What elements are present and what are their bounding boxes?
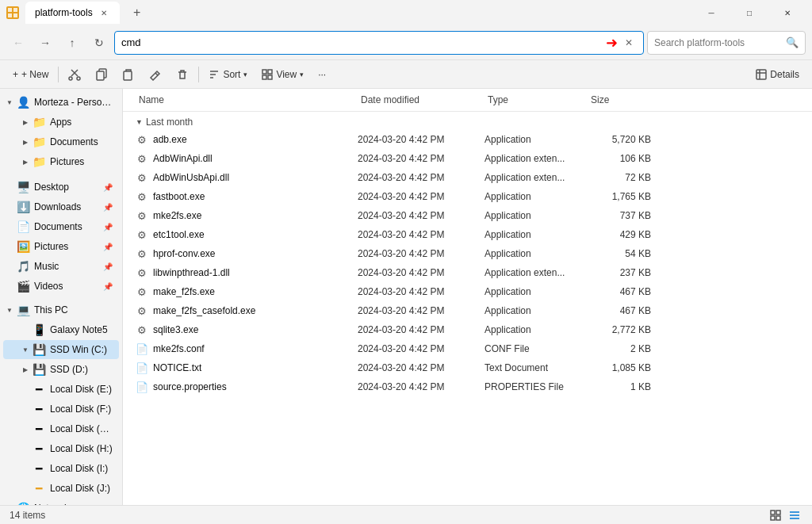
minimize-button[interactable]: ─ — [693, 0, 730, 25]
videos-icon: 🎬 — [16, 279, 30, 293]
sidebar-item-local-h[interactable]: ━ Local Disk (H:) — [3, 439, 119, 458]
address-bar[interactable]: ➜ ✕ — [114, 31, 644, 55]
sort-button[interactable]: Sort ▾ — [202, 63, 254, 86]
new-tab-button[interactable]: + — [126, 2, 148, 24]
file-type: Application — [485, 248, 588, 259]
new-button[interactable]: + + New — [6, 63, 55, 86]
delete-button[interactable] — [170, 63, 195, 86]
more-button[interactable]: ··· — [312, 63, 332, 86]
grid-view-icon[interactable] — [768, 507, 783, 523]
col-name-header[interactable]: Name — [136, 92, 358, 108]
file-row[interactable]: ⚙ fastboot.exe 2024-03-20 4:42 PM Applic… — [126, 187, 809, 206]
search-bar[interactable]: 🔍 — [647, 31, 806, 55]
file-icon: 📄 — [136, 342, 148, 355]
delete-icon — [176, 68, 189, 81]
file-name-cell: ⚙ fastboot.exe — [136, 190, 358, 203]
file-row[interactable]: ⚙ libwinpthread-1.dll 2024-03-20 4:42 PM… — [126, 263, 809, 282]
file-name-cell: ⚙ sqlite3.exe — [136, 323, 358, 336]
up-button[interactable]: ↑ — [60, 31, 84, 55]
documents-icon: 📄 — [16, 220, 30, 234]
sidebar-item-videos[interactable]: 🎬 Videos 📌 — [3, 277, 119, 296]
file-type: CONF File — [485, 343, 588, 354]
back-button[interactable]: ← — [6, 31, 30, 55]
svg-rect-19 — [756, 70, 766, 79]
section-collapse-icon[interactable]: ▼ — [136, 118, 143, 126]
file-row[interactable]: 📄 mke2fs.conf 2024-03-20 4:42 PM CONF Fi… — [126, 339, 809, 358]
svg-rect-18 — [268, 75, 272, 79]
tab-platform-tools[interactable]: platform-tools ✕ — [25, 2, 120, 24]
file-name: etc1tool.exe — [153, 229, 205, 240]
view-button[interactable]: View ▾ — [255, 63, 310, 86]
pin-icon: 📌 — [103, 183, 113, 192]
col-type-header[interactable]: Type — [485, 92, 588, 108]
file-row[interactable]: ⚙ make_f2fs_casefold.exe 2024-03-20 4:42… — [126, 301, 809, 320]
drive-icon: ━ — [32, 442, 46, 456]
refresh-button[interactable]: ↻ — [87, 31, 111, 55]
file-type: Text Document — [485, 362, 588, 373]
file-name: hprof-conv.exe — [153, 248, 216, 259]
file-row[interactable]: ⚙ AdbWinUsbApi.dll 2024-03-20 4:42 PM Ap… — [126, 168, 809, 187]
red-arrow-icon: ➜ — [606, 34, 618, 52]
file-size: 72 KB — [588, 172, 651, 183]
copy-button[interactable] — [89, 63, 114, 86]
sidebar-item-ssd-d[interactable]: ▶ 💾 SSD (D:) — [3, 360, 119, 379]
address-clear-button[interactable]: ✕ — [621, 35, 637, 51]
file-name: fastboot.exe — [153, 191, 205, 202]
expand-icon: ▶ — [19, 363, 32, 376]
sidebar-item-thispc[interactable]: ▼ 💻 This PC — [3, 300, 119, 319]
file-icon: ⚙ — [136, 152, 148, 165]
file-row[interactable]: ⚙ hprof-conv.exe 2024-03-20 4:42 PM Appl… — [126, 244, 809, 263]
file-row[interactable]: 📄 NOTICE.txt 2024-03-20 4:42 PM Text Doc… — [126, 358, 809, 377]
close-button[interactable]: ✕ — [769, 0, 806, 25]
sidebar-item-local-f[interactable]: ━ Local Disk (F:) — [3, 400, 119, 419]
sidebar-item-galaxy[interactable]: 📱 Galaxy Note5 — [3, 320, 119, 339]
details-button[interactable]: Details — [749, 63, 806, 86]
sidebar-item-local-j[interactable]: ━ Local Disk (J:) — [3, 479, 119, 498]
list-view-icon[interactable] — [787, 507, 802, 523]
sidebar-item-apps[interactable]: ▶ 📁 Apps — [3, 113, 119, 132]
sidebar-item-downloads[interactable]: ⬇️ Downloads 📌 — [3, 197, 119, 216]
col-size-header[interactable]: Size — [588, 92, 651, 108]
sidebar-item-desktop[interactable]: 🖥️ Desktop 📌 — [3, 178, 119, 197]
file-type: Application — [485, 286, 588, 297]
tab-close-button[interactable]: ✕ — [98, 6, 110, 19]
sidebar-item-documents-1[interactable]: ▶ 📁 Documents — [3, 132, 119, 151]
file-row[interactable]: ⚙ AdbWinApi.dll 2024-03-20 4:42 PM Appli… — [126, 149, 809, 168]
maximize-button[interactable]: □ — [731, 0, 768, 25]
rename-button[interactable] — [143, 63, 168, 86]
expand-icon — [3, 280, 16, 293]
sidebar-item-music[interactable]: 🎵 Music 📌 — [3, 257, 119, 276]
separator-2 — [198, 67, 199, 82]
expand-icon — [3, 181, 16, 193]
sidebar-item-pictures-2[interactable]: 🖼️ Pictures 📌 — [3, 237, 119, 256]
cut-button[interactable] — [62, 63, 87, 86]
sidebar-item-local-e[interactable]: ━ Local Disk (E:) — [3, 380, 119, 399]
paste-button[interactable] — [116, 63, 141, 86]
file-row[interactable]: ⚙ mke2fs.exe 2024-03-20 4:42 PM Applicat… — [126, 206, 809, 225]
sidebar-item-local-g[interactable]: ━ Local Disk (G:) — [3, 419, 119, 438]
sidebar-item-ssd-c[interactable]: ▼ 💾 SSD Win (C:) — [3, 340, 119, 359]
file-row[interactable]: ⚙ etc1tool.exe 2024-03-20 4:42 PM Applic… — [126, 225, 809, 244]
sidebar-localg-label: Local Disk (G:) — [50, 423, 113, 434]
address-input[interactable] — [121, 36, 601, 48]
section-label: Last month — [146, 117, 193, 128]
sidebar-item-local-i[interactable]: ━ Local Disk (I:) — [3, 459, 119, 478]
file-name-cell: ⚙ make_f2fs.exe — [136, 285, 358, 298]
file-row[interactable]: ⚙ sqlite3.exe 2024-03-20 4:42 PM Applica… — [126, 320, 809, 339]
sidebar-item-root[interactable]: ▼ 👤 Morteza - Personal — [3, 93, 119, 112]
sidebar-item-network[interactable]: ▶ 🌐 Network — [3, 499, 119, 505]
file-icon: ⚙ — [136, 285, 148, 298]
file-row[interactable]: ⚙ make_f2fs.exe 2024-03-20 4:42 PM Appli… — [126, 282, 809, 301]
sidebar-item-documents-2[interactable]: 📄 Documents 📌 — [3, 217, 119, 236]
forward-button[interactable]: → — [33, 31, 57, 55]
sidebar-item-pictures-1[interactable]: ▶ 📁 Pictures — [3, 152, 119, 171]
file-row[interactable]: ⚙ adb.exe 2024-03-20 4:42 PM Application… — [126, 130, 809, 149]
file-row[interactable]: 📄 source.properties 2024-03-20 4:42 PM P… — [126, 377, 809, 396]
sidebar-locali-label: Local Disk (I:) — [50, 463, 113, 474]
phone-icon: 📱 — [32, 323, 46, 337]
search-input[interactable] — [654, 37, 783, 48]
new-icon: + — [13, 69, 18, 80]
tab-label: platform-tools — [35, 7, 93, 18]
col-date-header[interactable]: Date modified — [358, 92, 485, 108]
file-name: mke2fs.conf — [153, 343, 205, 354]
